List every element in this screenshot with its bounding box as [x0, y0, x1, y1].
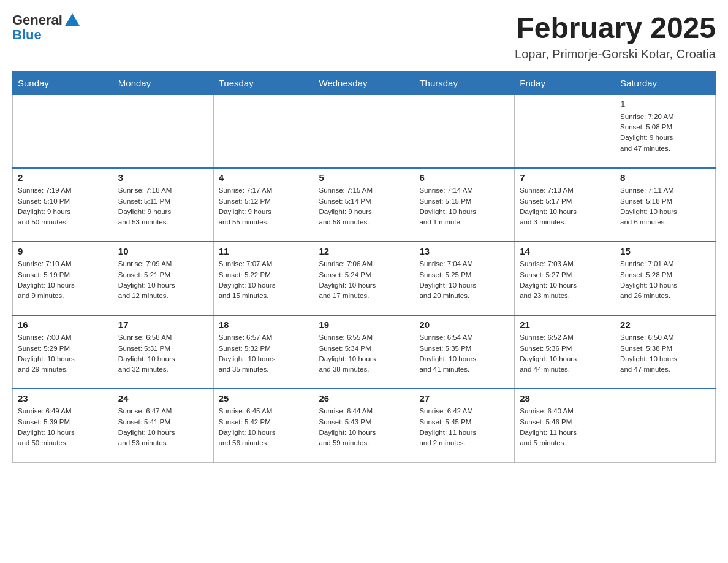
- day-number: 24: [118, 393, 208, 404]
- calendar-cell: [13, 94, 113, 168]
- day-number: 4: [219, 172, 309, 183]
- day-info: Sunrise: 6:49 AM Sunset: 5:39 PM Dayligh…: [18, 406, 108, 448]
- day-info: Sunrise: 7:14 AM Sunset: 5:15 PM Dayligh…: [419, 185, 509, 228]
- calendar-cell: [113, 94, 213, 168]
- day-number: 7: [520, 172, 610, 183]
- calendar-cell: 24Sunrise: 6:47 AM Sunset: 5:41 PM Dayli…: [113, 389, 213, 462]
- day-info: Sunrise: 7:04 AM Sunset: 5:25 PM Dayligh…: [419, 259, 509, 301]
- calendar-cell: 27Sunrise: 6:42 AM Sunset: 5:45 PM Dayli…: [414, 389, 515, 462]
- day-info: Sunrise: 6:58 AM Sunset: 5:31 PM Dayligh…: [118, 332, 208, 375]
- day-info: Sunrise: 7:15 AM Sunset: 5:14 PM Dayligh…: [319, 185, 409, 228]
- day-number: 26: [319, 393, 409, 404]
- calendar-cell: [414, 94, 515, 168]
- location-title: Lopar, Primorje-Gorski Kotar, Croatia: [515, 47, 716, 61]
- calendar-cell: 9Sunrise: 7:10 AM Sunset: 5:19 PM Daylig…: [13, 242, 113, 315]
- calendar-cell: [615, 389, 716, 462]
- day-number: 5: [319, 172, 409, 183]
- title-section: February 2025 Lopar, Primorje-Gorski Kot…: [515, 12, 716, 61]
- logo-general-text: General: [12, 12, 63, 28]
- calendar-cell: 25Sunrise: 6:45 AM Sunset: 5:42 PM Dayli…: [213, 389, 314, 462]
- logo-triangle-icon: [65, 13, 80, 26]
- calendar-header-row: SundayMondayTuesdayWednesdayThursdayFrid…: [13, 71, 716, 94]
- calendar-cell: [314, 94, 414, 168]
- day-info: Sunrise: 7:17 AM Sunset: 5:12 PM Dayligh…: [219, 185, 309, 228]
- day-number: 17: [118, 320, 208, 330]
- day-number: 16: [18, 320, 108, 330]
- calendar-cell: [515, 94, 615, 168]
- day-info: Sunrise: 7:11 AM Sunset: 5:18 PM Dayligh…: [620, 185, 710, 228]
- calendar-cell: 14Sunrise: 7:03 AM Sunset: 5:27 PM Dayli…: [515, 242, 615, 315]
- calendar-week-row: 23Sunrise: 6:49 AM Sunset: 5:39 PM Dayli…: [13, 389, 716, 462]
- calendar-cell: 4Sunrise: 7:17 AM Sunset: 5:12 PM Daylig…: [213, 168, 314, 242]
- calendar-cell: 12Sunrise: 7:06 AM Sunset: 5:24 PM Dayli…: [314, 242, 414, 315]
- day-number: 20: [419, 320, 509, 330]
- day-number: 1: [620, 99, 710, 109]
- day-info: Sunrise: 6:52 AM Sunset: 5:36 PM Dayligh…: [520, 332, 610, 375]
- calendar-cell: 28Sunrise: 6:40 AM Sunset: 5:46 PM Dayli…: [515, 389, 615, 462]
- logo: General Blue: [12, 12, 80, 43]
- day-number: 2: [18, 172, 108, 183]
- day-info: Sunrise: 7:03 AM Sunset: 5:27 PM Dayligh…: [520, 259, 610, 301]
- day-info: Sunrise: 7:13 AM Sunset: 5:17 PM Dayligh…: [520, 185, 610, 228]
- day-number: 25: [219, 393, 309, 404]
- day-info: Sunrise: 6:42 AM Sunset: 5:45 PM Dayligh…: [419, 406, 509, 448]
- calendar-cell: 21Sunrise: 6:52 AM Sunset: 5:36 PM Dayli…: [515, 315, 615, 389]
- calendar-cell: [213, 94, 314, 168]
- day-number: 27: [419, 393, 509, 404]
- day-number: 12: [319, 246, 409, 256]
- calendar-cell: 13Sunrise: 7:04 AM Sunset: 5:25 PM Dayli…: [414, 242, 515, 315]
- day-number: 18: [219, 320, 309, 330]
- calendar-cell: 20Sunrise: 6:54 AM Sunset: 5:35 PM Dayli…: [414, 315, 515, 389]
- day-number: 3: [118, 172, 208, 183]
- calendar-cell: 8Sunrise: 7:11 AM Sunset: 5:18 PM Daylig…: [615, 168, 716, 242]
- day-info: Sunrise: 6:45 AM Sunset: 5:42 PM Dayligh…: [219, 406, 309, 448]
- calendar-week-row: 16Sunrise: 7:00 AM Sunset: 5:29 PM Dayli…: [13, 315, 716, 389]
- calendar-cell: 23Sunrise: 6:49 AM Sunset: 5:39 PM Dayli…: [13, 389, 113, 462]
- day-info: Sunrise: 6:57 AM Sunset: 5:32 PM Dayligh…: [219, 332, 309, 375]
- day-info: Sunrise: 7:06 AM Sunset: 5:24 PM Dayligh…: [319, 259, 409, 301]
- calendar-cell: 26Sunrise: 6:44 AM Sunset: 5:43 PM Dayli…: [314, 389, 414, 462]
- day-header-tuesday: Tuesday: [213, 71, 314, 94]
- day-number: 6: [419, 172, 509, 183]
- day-info: Sunrise: 7:18 AM Sunset: 5:11 PM Dayligh…: [118, 185, 208, 228]
- calendar-cell: 10Sunrise: 7:09 AM Sunset: 5:21 PM Dayli…: [113, 242, 213, 315]
- day-info: Sunrise: 7:09 AM Sunset: 5:21 PM Dayligh…: [118, 259, 208, 301]
- calendar-cell: 18Sunrise: 6:57 AM Sunset: 5:32 PM Dayli…: [213, 315, 314, 389]
- day-number: 15: [620, 246, 710, 256]
- day-number: 19: [319, 320, 409, 330]
- calendar-cell: 17Sunrise: 6:58 AM Sunset: 5:31 PM Dayli…: [113, 315, 213, 389]
- day-number: 14: [520, 246, 610, 256]
- day-number: 28: [520, 393, 610, 404]
- month-title: February 2025: [515, 12, 716, 45]
- day-info: Sunrise: 7:01 AM Sunset: 5:28 PM Dayligh…: [620, 259, 710, 301]
- day-info: Sunrise: 7:07 AM Sunset: 5:22 PM Dayligh…: [219, 259, 309, 301]
- day-number: 23: [18, 393, 108, 404]
- day-info: Sunrise: 7:10 AM Sunset: 5:19 PM Dayligh…: [18, 259, 108, 301]
- day-header-sunday: Sunday: [13, 71, 113, 94]
- logo-blue-text: Blue: [12, 27, 42, 43]
- day-number: 22: [620, 320, 710, 330]
- day-info: Sunrise: 6:50 AM Sunset: 5:38 PM Dayligh…: [620, 332, 710, 375]
- calendar-week-row: 1Sunrise: 7:20 AM Sunset: 5:08 PM Daylig…: [13, 94, 716, 168]
- day-header-saturday: Saturday: [615, 71, 716, 94]
- day-number: 13: [419, 246, 509, 256]
- day-number: 21: [520, 320, 610, 330]
- day-number: 8: [620, 172, 710, 183]
- day-info: Sunrise: 6:54 AM Sunset: 5:35 PM Dayligh…: [419, 332, 509, 375]
- day-info: Sunrise: 6:47 AM Sunset: 5:41 PM Dayligh…: [118, 406, 208, 448]
- day-header-friday: Friday: [515, 71, 615, 94]
- day-info: Sunrise: 7:19 AM Sunset: 5:10 PM Dayligh…: [18, 185, 108, 228]
- calendar-cell: 19Sunrise: 6:55 AM Sunset: 5:34 PM Dayli…: [314, 315, 414, 389]
- day-header-wednesday: Wednesday: [314, 71, 414, 94]
- calendar-table: SundayMondayTuesdayWednesdayThursdayFrid…: [12, 71, 716, 463]
- calendar-cell: 22Sunrise: 6:50 AM Sunset: 5:38 PM Dayli…: [615, 315, 716, 389]
- calendar-cell: 6Sunrise: 7:14 AM Sunset: 5:15 PM Daylig…: [414, 168, 515, 242]
- day-info: Sunrise: 6:40 AM Sunset: 5:46 PM Dayligh…: [520, 406, 610, 448]
- day-number: 10: [118, 246, 208, 256]
- calendar-week-row: 2Sunrise: 7:19 AM Sunset: 5:10 PM Daylig…: [13, 168, 716, 242]
- day-info: Sunrise: 6:44 AM Sunset: 5:43 PM Dayligh…: [319, 406, 409, 448]
- day-info: Sunrise: 6:55 AM Sunset: 5:34 PM Dayligh…: [319, 332, 409, 375]
- calendar-cell: 5Sunrise: 7:15 AM Sunset: 5:14 PM Daylig…: [314, 168, 414, 242]
- calendar-week-row: 9Sunrise: 7:10 AM Sunset: 5:19 PM Daylig…: [13, 242, 716, 315]
- calendar-cell: 2Sunrise: 7:19 AM Sunset: 5:10 PM Daylig…: [13, 168, 113, 242]
